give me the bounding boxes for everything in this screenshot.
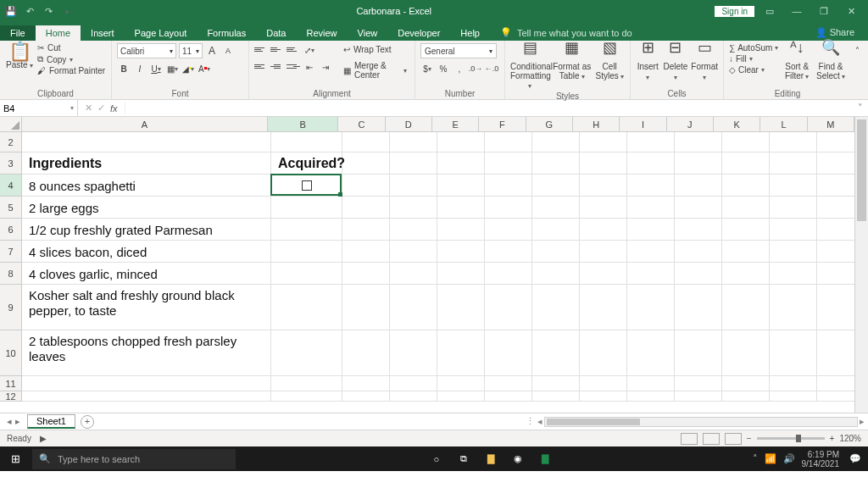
increase-font-icon[interactable]: A: [205, 44, 219, 58]
cut-button[interactable]: ✂Cut: [37, 43, 105, 53]
tab-file[interactable]: File: [0, 25, 36, 41]
delete-cells-button[interactable]: ⊟Delete: [663, 43, 687, 82]
format-as-table-button[interactable]: ▦Format as Table: [553, 43, 591, 81]
format-cells-button[interactable]: ▭Format: [691, 43, 718, 82]
copy-button[interactable]: ⧉Copy: [37, 54, 105, 64]
tab-home[interactable]: Home: [36, 25, 81, 41]
tab-developer[interactable]: Developer: [387, 25, 450, 41]
save-icon[interactable]: 💾: [5, 6, 17, 17]
col-header-c[interactable]: C: [338, 117, 385, 131]
minimize-button[interactable]: —: [785, 6, 809, 16]
autosum-button[interactable]: ∑AutoSum: [729, 43, 778, 53]
find-select-button[interactable]: 🔍Find & Select: [815, 43, 846, 81]
zoom-in-button[interactable]: +: [830, 434, 835, 443]
cancel-formula-icon[interactable]: ✕: [85, 103, 92, 114]
col-header-i[interactable]: I: [620, 117, 666, 131]
wifi-icon[interactable]: 📶: [765, 453, 776, 464]
col-header-g[interactable]: G: [526, 117, 573, 131]
row-header[interactable]: 3: [0, 152, 22, 175]
row-header[interactable]: 5: [0, 197, 22, 219]
volume-icon[interactable]: 🔊: [783, 453, 795, 464]
sheet-nav-next-icon[interactable]: ▸: [15, 416, 20, 427]
row-header[interactable]: 7: [0, 241, 22, 263]
zoom-slider[interactable]: [757, 437, 825, 440]
col-header-d[interactable]: D: [386, 117, 432, 131]
paste-button[interactable]: 📋 Paste: [5, 43, 34, 69]
collapse-ribbon-button[interactable]: ˄: [851, 41, 863, 99]
comma-format-button[interactable]: ,: [453, 62, 466, 75]
tab-view[interactable]: View: [348, 25, 388, 41]
col-header-j[interactable]: J: [667, 117, 714, 131]
tab-page-layout[interactable]: Page Layout: [125, 25, 198, 41]
maximize-button[interactable]: ❐: [812, 6, 836, 17]
cell[interactable]: 1/2 cup freshly grated Parmesan: [24, 219, 268, 241]
tab-formulas[interactable]: Formulas: [197, 25, 256, 41]
close-button[interactable]: ✕: [839, 6, 863, 17]
cell[interactable]: Acquired?: [273, 152, 339, 175]
format-painter-button[interactable]: 🖌Format Painter: [37, 66, 105, 75]
horizontal-scrollbar[interactable]: [544, 417, 858, 427]
redo-icon[interactable]: ↷: [42, 6, 54, 17]
checkbox-acquired[interactable]: [302, 180, 312, 191]
fill-color-button[interactable]: ◢: [181, 62, 195, 75]
tab-help[interactable]: Help: [450, 25, 490, 41]
task-view-icon[interactable]: ⧉: [452, 449, 476, 469]
normal-view-button[interactable]: [681, 433, 698, 445]
bold-button[interactable]: B: [117, 62, 131, 75]
row-header[interactable]: 4: [0, 175, 22, 197]
col-header-l[interactable]: L: [760, 117, 807, 131]
col-header-b[interactable]: B: [268, 117, 338, 131]
page-layout-view-button[interactable]: [703, 433, 720, 445]
col-header-k[interactable]: K: [714, 117, 760, 131]
align-left-icon[interactable]: [254, 60, 268, 72]
insert-cells-button[interactable]: ⊞Insert: [636, 43, 659, 82]
align-bottom-icon[interactable]: [287, 43, 300, 55]
decrease-font-icon[interactable]: A: [221, 44, 235, 58]
tray-chevron-icon[interactable]: ˄: [753, 453, 758, 464]
cortana-icon[interactable]: ○: [425, 449, 448, 469]
cell[interactable]: 2 large eggs: [24, 197, 268, 219]
sort-filter-button[interactable]: ᴬ↓Sort & Filter: [782, 43, 812, 81]
notifications-icon[interactable]: 💬: [849, 453, 861, 464]
underline-button[interactable]: U: [149, 62, 163, 75]
font-color-button[interactable]: A: [198, 62, 211, 75]
page-break-view-button[interactable]: [725, 433, 742, 445]
select-all-button[interactable]: [0, 117, 22, 131]
conditional-formatting-button[interactable]: ▤Conditional Formatting: [510, 43, 549, 91]
fill-button[interactable]: ↓Fill: [729, 54, 778, 64]
clear-button[interactable]: ◇Clear: [729, 65, 778, 75]
col-header-a[interactable]: A: [22, 117, 269, 131]
file-explorer-icon[interactable]: ▇: [479, 449, 503, 469]
sheet-tab-active[interactable]: Sheet1: [27, 414, 75, 429]
increase-indent-icon[interactable]: ⇥: [319, 60, 332, 74]
col-header-h[interactable]: H: [573, 117, 620, 131]
italic-button[interactable]: I: [133, 62, 147, 75]
cell[interactable]: 4 cloves garlic, minced: [24, 263, 268, 285]
new-sheet-button[interactable]: +: [81, 415, 94, 429]
sheet-nav-prev-icon[interactable]: ◂: [7, 416, 12, 427]
font-size-select[interactable]: 11▾: [179, 43, 203, 58]
orientation-button[interactable]: ⤢: [303, 43, 316, 57]
zoom-level[interactable]: 120%: [839, 434, 861, 443]
decrease-decimal-button[interactable]: ←.0: [485, 62, 498, 75]
borders-button[interactable]: ▦: [165, 62, 179, 75]
grid[interactable]: A B C D E F G H I J K L M 23456789101112…: [0, 117, 854, 413]
name-box[interactable]: B4▾: [0, 100, 78, 117]
col-header-e[interactable]: E: [432, 117, 479, 131]
chrome-icon[interactable]: ◉: [506, 449, 530, 469]
system-clock[interactable]: 6:19 PM 9/14/2021: [802, 450, 843, 469]
taskbar-search[interactable]: 🔍 Type here to search: [32, 449, 236, 469]
col-header-m[interactable]: M: [808, 117, 854, 131]
start-button[interactable]: ⊞: [0, 452, 31, 465]
cell[interactable]: Kosher salt and freshly ground black pep…: [24, 285, 268, 330]
increase-decimal-button[interactable]: .0→: [469, 62, 482, 75]
row-header[interactable]: 8: [0, 263, 22, 285]
undo-icon[interactable]: ↶: [24, 6, 36, 17]
percent-format-button[interactable]: %: [437, 62, 450, 75]
number-format-select[interactable]: General▾: [420, 43, 497, 58]
enter-formula-icon[interactable]: ✓: [97, 103, 105, 114]
row-header[interactable]: 2: [0, 132, 22, 152]
row-header[interactable]: 6: [0, 219, 22, 241]
cell[interactable]: Ingredients: [24, 152, 268, 175]
font-name-select[interactable]: Calibri▾: [117, 43, 176, 58]
